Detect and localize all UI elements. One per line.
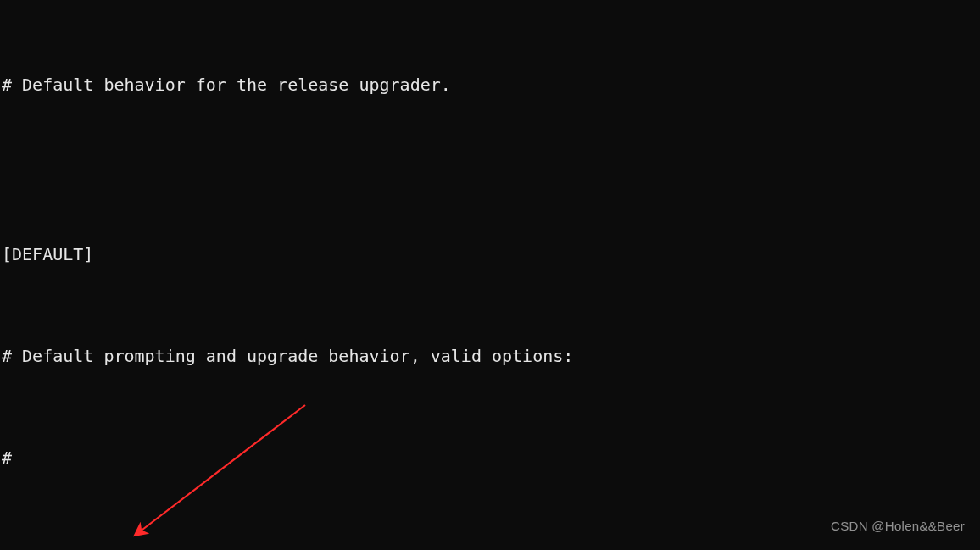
config-line: [DEFAULT] (2, 237, 978, 271)
config-line: # Default behavior for the release upgra… (2, 68, 978, 102)
config-line: # (2, 441, 978, 475)
config-file-content: # Default behavior for the release upgra… (0, 0, 980, 550)
config-line: # never - Never check for, or allow upgr… (2, 542, 978, 550)
watermark-text: CSDN @Holen&&Beer (831, 509, 965, 543)
config-line: # Default prompting and upgrade behavior… (2, 339, 978, 373)
